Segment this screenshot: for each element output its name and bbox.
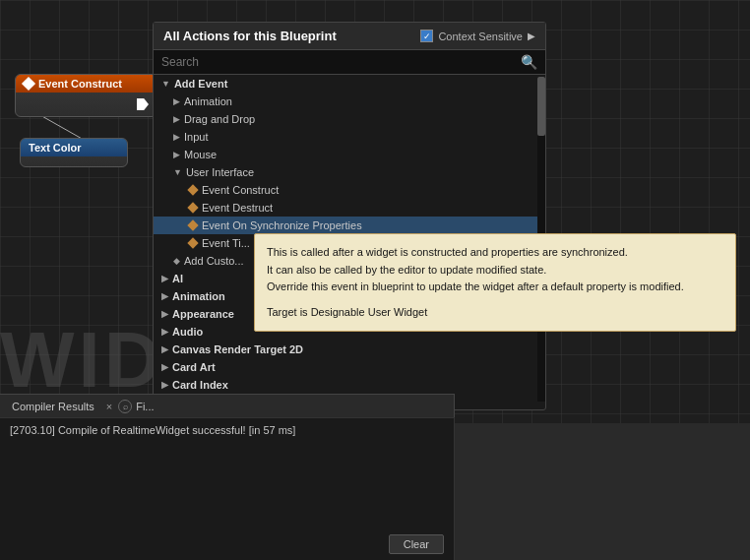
cat-animation-arrow: ▶: [173, 96, 180, 106]
node-event-construct-label: Event Construct: [38, 78, 122, 90]
ui-item-event-destruct-label: Event Destruct: [202, 202, 273, 214]
tooltip-line2: It can also be called by the editor to u…: [267, 262, 723, 280]
cat-animation2-arrow: ▶: [161, 291, 168, 301]
ui-item-event-destruct[interactable]: Event Destruct: [154, 199, 545, 217]
context-sensitive-expand-icon: ▶: [528, 31, 535, 41]
clear-button[interactable]: Clear: [389, 534, 444, 554]
cat-input-label: Input: [184, 131, 208, 143]
event-destruct-item-icon: [187, 202, 198, 213]
node-event-construct: Event Construct: [15, 74, 157, 117]
category-animation[interactable]: ▶ Animation: [154, 93, 545, 110]
event-construct-diamond-icon: [22, 77, 35, 91]
node-text-color-header: Text Color: [21, 139, 127, 156]
cat-mouse-label: Mouse: [184, 149, 217, 160]
cat-drag-drop-arrow: ▶: [173, 114, 180, 124]
category-canvas-render[interactable]: ▶ Canvas Render Target 2D: [154, 341, 545, 358]
cat-canvas-render-label: Canvas Render Target 2D: [172, 343, 303, 355]
cat-ui-arrow: ▼: [173, 167, 182, 177]
context-sensitive-checkbox[interactable]: ✓: [420, 30, 433, 42]
cat-add-event-arrow: ▼: [161, 79, 170, 89]
category-mouse[interactable]: ▶ Mouse: [154, 146, 545, 163]
add-custom-arrow: ◆: [173, 256, 180, 266]
tooltip-line1: This is called after a widget is constru…: [267, 244, 723, 262]
event-construct-item-icon: [187, 184, 198, 195]
actions-panel-title: All Actions for this Blueprint: [163, 29, 337, 43]
cat-drag-drop-label: Drag and Drop: [184, 113, 255, 125]
category-card-index[interactable]: ▶ Card Index: [154, 376, 545, 394]
category-card-art[interactable]: ▶ Card Art: [154, 358, 545, 376]
node-text-color-body: [21, 156, 127, 164]
cat-input-arrow: ▶: [173, 132, 180, 142]
category-input[interactable]: ▶ Input: [154, 128, 545, 146]
add-custom-label: Add Custo...: [184, 255, 244, 267]
event-on-sync-item-icon: [187, 219, 198, 230]
actions-panel: All Actions for this Blueprint ✓ Context…: [153, 22, 546, 410]
ui-item-event-construct-label: Event Construct: [202, 184, 279, 196]
cat-ui-label: User Interface: [186, 166, 254, 178]
compiler-message: [2703.10] Compile of RealtimeWidget succ…: [10, 424, 444, 436]
ui-item-event-ti-label: Event Ti...: [202, 237, 250, 249]
search-icon: 🔍: [513, 54, 545, 70]
ui-item-event-on-sync-label: Event On Synchronize Properties: [202, 219, 362, 231]
event-ti-item-icon: [187, 237, 198, 248]
tooltip-target-line: Target is Designable User Widget: [267, 304, 723, 322]
category-user-interface[interactable]: ▼ User Interface: [154, 163, 545, 181]
ui-item-event-on-sync[interactable]: Event On Synchronize Properties: [154, 217, 545, 234]
category-drag-drop[interactable]: ▶ Drag and Drop: [154, 110, 545, 128]
cat-card-art-label: Card Art: [172, 361, 216, 373]
exec-pin-right-icon: [137, 98, 149, 110]
node-text-color: Text Color: [20, 138, 128, 167]
cat-animation-label: Animation: [184, 95, 232, 107]
node-text-color-label: Text Color: [29, 142, 82, 154]
cat-card-index-label: Card Index: [172, 379, 228, 391]
node-event-construct-body: [16, 93, 156, 116]
cat-card-index-arrow: ▶: [161, 380, 168, 390]
category-add-event[interactable]: ▼ Add Event: [154, 75, 545, 93]
cat-animation2-label: Animation: [172, 290, 225, 302]
cat-ai-label: AI: [172, 273, 183, 284]
cat-canvas-render-arrow: ▶: [161, 344, 168, 354]
cat-card-art-arrow: ▶: [161, 362, 168, 372]
cat-audio-arrow: ▶: [161, 327, 168, 337]
tooltip-box: This is called after a widget is constru…: [254, 233, 736, 332]
compiler-tab-label[interactable]: Compiler Results: [6, 399, 100, 414]
compiler-find[interactable]: ⌕ Fi...: [118, 400, 154, 413]
cat-audio-label: Audio: [172, 326, 203, 338]
compiler-bar: Compiler Results × ⌕ Fi...: [0, 394, 455, 417]
context-sensitive-label: Context Sensitive: [438, 31, 523, 42]
panel-scrollbar-thumb[interactable]: [537, 77, 545, 136]
ui-item-event-construct[interactable]: Event Construct: [154, 181, 545, 199]
compiler-output: [2703.10] Compile of RealtimeWidget succ…: [0, 417, 455, 560]
search-input[interactable]: [154, 50, 513, 74]
search-bar[interactable]: 🔍: [154, 50, 545, 75]
find-icon: ⌕: [118, 400, 132, 413]
actions-panel-header: All Actions for this Blueprint ✓ Context…: [154, 23, 545, 50]
cat-ai-arrow: ▶: [161, 274, 168, 283]
context-sensitive-control[interactable]: ✓ Context Sensitive ▶: [420, 30, 535, 42]
cat-mouse-arrow: ▶: [173, 150, 180, 159]
tooltip-line3: Override this event in blueprint to upda…: [267, 279, 723, 296]
compiler-find-label: Fi...: [136, 401, 154, 412]
node-event-construct-header: Event Construct: [16, 75, 156, 93]
cat-appearance-arrow: ▶: [161, 309, 168, 319]
compiler-close-button[interactable]: ×: [106, 401, 112, 412]
cat-add-event-label: Add Event: [174, 78, 227, 90]
cat-appearance-label: Appearance: [172, 308, 234, 320]
